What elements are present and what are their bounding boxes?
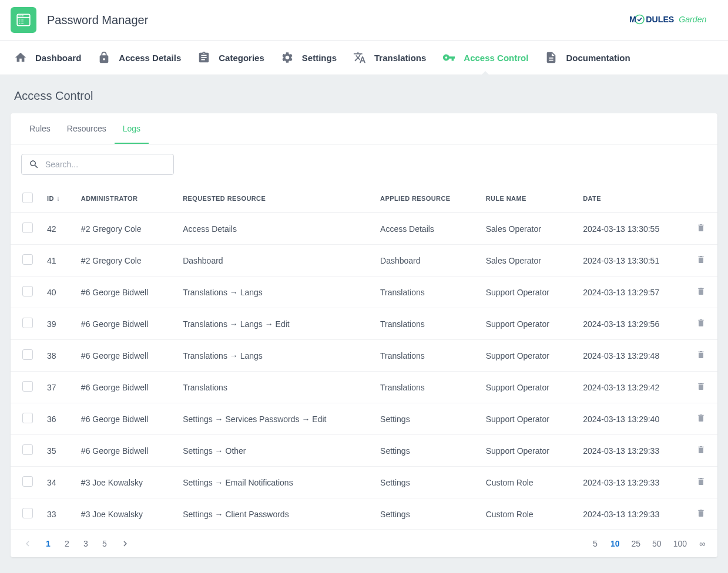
row-checkbox[interactable]	[22, 444, 33, 455]
cell-rule: Support Operator	[479, 372, 576, 403]
cell-requested: Translations → Langs	[176, 340, 373, 372]
page-5[interactable]: 5	[101, 539, 108, 548]
col-date[interactable]: DATE	[576, 184, 689, 213]
nav-categories[interactable]: Categories	[189, 41, 273, 75]
size-all[interactable]: ∞	[699, 539, 706, 548]
tab-rules[interactable]: Rules	[21, 113, 59, 144]
nav-access-control[interactable]: Access Control	[434, 41, 536, 75]
delete-row-button[interactable]	[696, 416, 706, 425]
nav-dashboard[interactable]: Dashboard	[6, 41, 89, 75]
clipboard-icon	[197, 51, 210, 64]
nav-documentation[interactable]: Documentation	[536, 41, 638, 75]
delete-row-button[interactable]	[696, 257, 706, 267]
trash-icon	[696, 444, 706, 455]
size-5[interactable]: 5	[592, 539, 599, 548]
page-title: Access Control	[0, 75, 728, 113]
nav-translations[interactable]: Translations	[345, 41, 434, 75]
cell-rule: Support Operator	[479, 403, 576, 435]
cell-requested: Translations → Langs	[176, 277, 373, 308]
delete-row-button[interactable]	[696, 479, 706, 488]
cell-date: 2024-03-13 13:29:42	[576, 372, 689, 403]
sort-desc-icon: ↓	[56, 194, 60, 203]
col-id[interactable]: ID↓	[40, 184, 74, 213]
table-row: 34#3 Joe KowalskySettings → Email Notifi…	[11, 467, 717, 498]
col-applied[interactable]: APPLIED RESOURCE	[373, 184, 479, 213]
delete-row-button[interactable]	[696, 384, 706, 393]
cell-requested: Settings → Services Passwords → Edit	[176, 403, 373, 435]
size-100[interactable]: 100	[673, 539, 687, 548]
select-all-checkbox[interactable]	[22, 193, 33, 203]
search-icon	[29, 159, 39, 170]
row-checkbox[interactable]	[22, 413, 33, 423]
nav-label: Settings	[302, 53, 337, 63]
cell-rule: Custom Role	[479, 467, 576, 498]
row-checkbox[interactable]	[22, 476, 33, 487]
table-row: 38#6 George BidwellTranslations → LangsT…	[11, 340, 717, 372]
nav-label: Dashboard	[35, 53, 81, 63]
search-input[interactable]	[45, 160, 166, 169]
nav-access-details[interactable]: Access Details	[89, 41, 189, 75]
cell-id: 39	[40, 308, 74, 340]
app-badge	[11, 7, 36, 33]
cell-applied: Access Details	[373, 213, 479, 245]
page-size-selector: 5 10 25 50 100 ∞	[592, 539, 706, 548]
lock-icon	[98, 51, 110, 64]
svg-point-3	[21, 15, 22, 16]
cell-admin: #6 George Bidwell	[74, 308, 176, 340]
row-checkbox[interactable]	[22, 223, 33, 233]
delete-row-button[interactable]	[696, 321, 706, 330]
cell-admin: #6 George Bidwell	[74, 435, 176, 467]
trash-icon	[696, 286, 706, 296]
translate-icon	[353, 51, 366, 64]
trash-icon	[696, 254, 706, 265]
cell-admin: #3 Joe Kowalsky	[74, 467, 176, 498]
cell-date: 2024-03-13 13:29:40	[576, 403, 689, 435]
delete-row-button[interactable]	[696, 225, 706, 235]
prev-page-button[interactable]	[22, 538, 33, 549]
delete-row-button[interactable]	[696, 289, 706, 298]
page-1[interactable]: 1	[45, 539, 52, 548]
size-25[interactable]: 25	[631, 539, 640, 548]
cell-rule: Sales Operator	[479, 245, 576, 277]
cell-requested: Settings → Email Notifications	[176, 467, 373, 498]
page-2[interactable]: 2	[63, 539, 71, 548]
cell-rule: Support Operator	[479, 340, 576, 372]
table-row: 35#6 George BidwellSettings → OtherSetti…	[11, 435, 717, 467]
search-box	[21, 154, 174, 175]
row-checkbox[interactable]	[22, 508, 33, 518]
cell-rule: Sales Operator	[479, 213, 576, 245]
next-page-button[interactable]	[120, 538, 130, 549]
row-checkbox[interactable]	[22, 254, 33, 265]
logs-table: ID↓ ADMINISTRATOR REQUESTED RESOURCE APP…	[11, 184, 717, 530]
nav-label: Documentation	[566, 53, 630, 63]
cell-applied: Settings	[373, 498, 479, 530]
toolbar	[11, 144, 717, 184]
col-requested[interactable]: REQUESTED RESOURCE	[176, 184, 373, 213]
cell-requested: Translations	[176, 372, 373, 403]
svg-point-8	[635, 15, 644, 23]
delete-row-button[interactable]	[696, 511, 706, 520]
delete-row-button[interactable]	[696, 352, 706, 362]
page-3[interactable]: 3	[82, 539, 89, 548]
row-checkbox[interactable]	[22, 318, 33, 328]
cell-id: 41	[40, 245, 74, 277]
row-checkbox[interactable]	[22, 381, 33, 392]
row-checkbox[interactable]	[22, 286, 33, 296]
size-50[interactable]: 50	[652, 539, 662, 548]
cell-date: 2024-03-13 13:29:56	[576, 308, 689, 340]
size-10[interactable]: 10	[610, 539, 620, 548]
nav-label: Categories	[219, 53, 264, 63]
cell-requested: Settings → Other	[176, 435, 373, 467]
pagination: 1 2 3 5	[22, 538, 130, 549]
delete-row-button[interactable]	[696, 447, 706, 457]
trash-icon	[696, 349, 706, 360]
nav-settings[interactable]: Settings	[273, 41, 345, 75]
col-admin[interactable]: ADMINISTRATOR	[74, 184, 176, 213]
tab-resources[interactable]: Resources	[59, 113, 115, 144]
cell-id: 42	[40, 213, 74, 245]
cell-rule: Support Operator	[479, 308, 576, 340]
col-rule[interactable]: RULE NAME	[479, 184, 576, 213]
row-checkbox[interactable]	[22, 349, 33, 360]
tab-logs[interactable]: Logs	[115, 113, 149, 144]
home-icon	[14, 51, 27, 64]
